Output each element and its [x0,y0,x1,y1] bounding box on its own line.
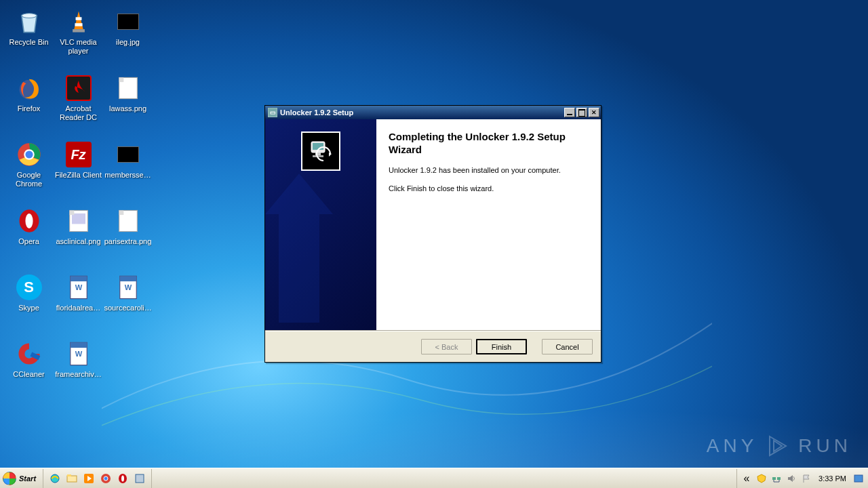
wizard-text-1: Unlocker 1.9.2 has been installed on you… [389,165,589,176]
ql-media[interactable] [83,472,95,485]
svg-rect-8 [75,17,81,20]
play-icon [764,432,791,460]
desktop-icons: Recycle Bin Firefox Google Chrome Opera … [4,4,153,465]
close-button[interactable] [589,108,599,117]
icon-label: Firefox [18,104,41,113]
icon-label: FileZilla Client [55,171,102,180]
ql-installer[interactable] [134,472,146,485]
icon-label: sourcecaroli… [104,304,152,312]
svg-point-0 [21,14,36,18]
vlc-icon [65,8,92,35]
icon-label: Acrobat Reader DC [55,104,102,122]
svg-text:W: W [75,283,82,291]
wizard-side-panel [265,119,376,330]
titlebar[interactable]: ▭ Unlocker 1.9.2 Setup [265,106,601,119]
wizard-buttons: < Back Finish Cancel [265,331,601,362]
wizard-content: Completing the Unlocker 1.9.2 Setup Wiza… [376,119,601,330]
icon-label: framearchiv… [55,370,101,379]
icon-skype[interactable]: S Skype [4,270,54,336]
ql-explorer[interactable] [66,472,78,485]
svg-point-6 [25,214,33,228]
maximize-button[interactable] [576,108,587,117]
icon-label: Opera [18,237,39,246]
file-icon [115,141,142,168]
tray-flag-icon[interactable] [801,473,812,484]
icon-lawass[interactable]: lawass.png [103,70,153,137]
icon-recycle-bin[interactable]: Recycle Bin [4,4,54,70]
icon-ccleaner[interactable]: CCleaner [4,336,54,403]
window-body: Completing the Unlocker 1.9.2 Setup Wiza… [265,119,601,331]
installer-window: ▭ Unlocker 1.9.2 Setup Completing the Un… [264,105,601,363]
acrobat-icon [65,75,92,102]
svg-rect-22 [119,276,136,281]
svg-text:W: W [75,350,82,358]
svg-text:W: W [124,283,132,291]
icon-label: VLC media player [55,38,102,56]
cancel-button[interactable]: Cancel [542,339,593,354]
tray-expand-icon[interactable]: « [741,473,752,484]
minimize-button[interactable] [564,108,575,117]
firefox-icon [16,75,43,102]
installer-app-icon: ▭ [268,108,277,117]
image-file-icon [65,207,92,235]
svg-point-4 [25,150,33,158]
icon-asclinical[interactable]: asclinical.png [54,203,103,270]
finish-button[interactable]: Finish [476,339,527,354]
icon-floridaalrea[interactable]: W floridaalrea… [54,270,103,336]
svg-rect-12 [72,214,85,224]
anyrun-watermark: ANY RUN [707,432,852,460]
clock[interactable]: 3:33 PM [816,474,849,483]
icon-label: Skype [18,304,39,312]
svg-rect-36 [136,474,144,483]
icon-filezilla[interactable]: Fz FileZilla Client [54,137,103,203]
ccleaner-icon [16,340,43,367]
icon-framearchiv[interactable]: W framearchiv… [54,336,103,403]
back-button[interactable]: < Back [421,339,472,354]
svg-point-33 [104,476,108,481]
filezilla-icon: Fz [65,141,92,168]
icon-label: parisextra.png [104,237,152,246]
icon-opera[interactable]: Opera [4,203,54,270]
svg-rect-9 [75,23,82,26]
system-tray: « 3:33 PM [736,469,868,488]
taskbar: Start « 3:33 PM [0,468,868,488]
ql-ie[interactable] [49,472,61,485]
icon-label: asclinical.png [56,237,100,246]
svg-rect-10 [73,29,85,32]
windows-logo-icon [3,472,16,485]
window-title: Unlocker 1.9.2 Setup [280,108,563,117]
quick-launch [43,469,152,488]
icon-vlc[interactable]: VLC media player [54,4,103,70]
start-button[interactable]: Start [0,469,43,488]
tray-volume-icon[interactable] [786,473,797,484]
icon-label: floridaalrea… [56,304,100,312]
svg-rect-37 [772,477,776,480]
ql-chrome[interactable] [100,472,112,485]
svg-rect-29 [67,476,77,482]
start-label: Start [19,474,36,483]
icon-label: membersse… [104,171,151,180]
icon-parisextra[interactable]: parisextra.png [103,203,153,270]
svg-rect-14 [70,276,86,281]
opera-icon [16,207,43,235]
doc-file-icon: W [115,274,142,301]
tray-network-icon[interactable] [771,473,782,484]
skype-icon: S [16,274,43,301]
tray-security-icon[interactable] [756,473,767,484]
icon-firefox[interactable]: Firefox [4,70,54,137]
icon-label: Recycle Bin [9,38,48,47]
image-file-icon [115,75,142,102]
icon-ileg[interactable]: ileg.jpg [103,4,153,70]
icon-label: CCleaner [13,370,44,379]
icon-label: Google Chrome [5,171,53,188]
wizard-text-2: Click Finish to close this wizard. [389,184,589,194]
ql-opera[interactable] [117,472,129,485]
icon-sourcecaroli[interactable]: W sourcecaroli… [103,270,153,336]
wizard-heading: Completing the Unlocker 1.9.2 Setup Wiza… [389,130,589,156]
show-desktop-button[interactable] [853,473,864,484]
jpg-file-icon [115,8,142,35]
chrome-icon [16,141,43,168]
icon-google-chrome[interactable]: Google Chrome [4,137,54,203]
icon-acrobat[interactable]: Acrobat Reader DC [54,70,103,137]
icon-membersse[interactable]: membersse… [103,137,153,203]
